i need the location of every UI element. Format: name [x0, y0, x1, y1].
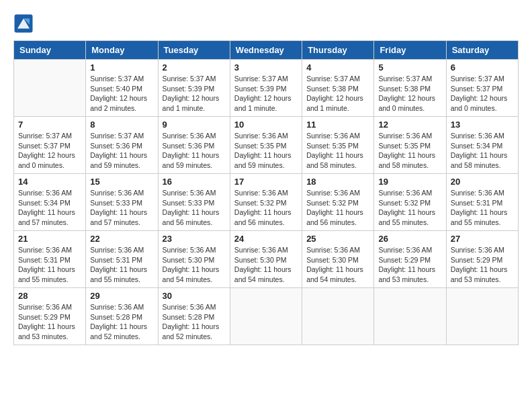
- day-info: Sunrise: 5:37 AM Sunset: 5:39 PM Dayligh…: [163, 74, 226, 113]
- week-row-1: 1Sunrise: 5:37 AM Sunset: 5:40 PM Daylig…: [14, 60, 519, 117]
- day-cell: 30Sunrise: 5:36 AM Sunset: 5:28 PM Dayli…: [158, 288, 230, 345]
- day-number: 17: [234, 177, 298, 187]
- day-info: Sunrise: 5:36 AM Sunset: 5:30 PM Dayligh…: [163, 245, 226, 285]
- day-cell: [302, 288, 374, 345]
- day-info: Sunrise: 5:36 AM Sunset: 5:31 PM Dayligh…: [451, 188, 514, 228]
- day-info: Sunrise: 5:36 AM Sunset: 5:34 PM Dayligh…: [451, 131, 514, 171]
- day-info: Sunrise: 5:36 AM Sunset: 5:32 PM Dayligh…: [378, 188, 441, 228]
- week-row-5: 28Sunrise: 5:36 AM Sunset: 5:29 PM Dayli…: [14, 288, 519, 345]
- day-cell: 19Sunrise: 5:36 AM Sunset: 5:32 PM Dayli…: [374, 174, 446, 231]
- day-info: Sunrise: 5:36 AM Sunset: 5:35 PM Dayligh…: [234, 131, 298, 171]
- day-info: Sunrise: 5:36 AM Sunset: 5:28 PM Dayligh…: [90, 302, 153, 342]
- day-number: 2: [163, 62, 226, 73]
- day-number: 27: [451, 234, 514, 244]
- day-number: 16: [163, 177, 226, 187]
- day-info: Sunrise: 5:36 AM Sunset: 5:30 PM Dayligh…: [306, 245, 369, 285]
- day-cell: 14Sunrise: 5:36 AM Sunset: 5:34 PM Dayli…: [14, 174, 86, 231]
- day-number: 30: [163, 291, 226, 301]
- day-cell: 1Sunrise: 5:37 AM Sunset: 5:40 PM Daylig…: [86, 60, 158, 117]
- day-cell: [446, 288, 518, 345]
- weekday-header-sunday: Sunday: [14, 41, 86, 60]
- week-row-3: 14Sunrise: 5:36 AM Sunset: 5:34 PM Dayli…: [14, 174, 519, 231]
- day-number: 21: [18, 234, 81, 244]
- day-cell: 27Sunrise: 5:36 AM Sunset: 5:29 PM Dayli…: [446, 231, 518, 288]
- day-cell: 17Sunrise: 5:36 AM Sunset: 5:32 PM Dayli…: [230, 174, 302, 231]
- day-cell: 13Sunrise: 5:36 AM Sunset: 5:34 PM Dayli…: [446, 117, 518, 174]
- week-row-2: 7Sunrise: 5:37 AM Sunset: 5:37 PM Daylig…: [14, 117, 519, 174]
- day-cell: 5Sunrise: 5:37 AM Sunset: 5:38 PM Daylig…: [374, 60, 446, 117]
- day-number: 1: [90, 62, 153, 73]
- day-cell: 15Sunrise: 5:36 AM Sunset: 5:33 PM Dayli…: [86, 174, 158, 231]
- day-number: 10: [234, 120, 298, 130]
- logo: [13, 13, 36, 34]
- weekday-header-monday: Monday: [86, 41, 158, 60]
- day-cell: 21Sunrise: 5:36 AM Sunset: 5:31 PM Dayli…: [14, 231, 86, 288]
- day-cell: 3Sunrise: 5:37 AM Sunset: 5:39 PM Daylig…: [230, 60, 302, 117]
- day-info: Sunrise: 5:36 AM Sunset: 5:35 PM Dayligh…: [378, 131, 441, 171]
- week-row-4: 21Sunrise: 5:36 AM Sunset: 5:31 PM Dayli…: [14, 231, 519, 288]
- weekday-header-friday: Friday: [374, 41, 446, 60]
- day-number: 19: [378, 177, 441, 187]
- day-number: 5: [378, 62, 441, 73]
- day-cell: [374, 288, 446, 345]
- day-number: 9: [163, 120, 226, 130]
- weekday-header-tuesday: Tuesday: [158, 41, 230, 60]
- weekday-header-thursday: Thursday: [302, 41, 374, 60]
- day-cell: 24Sunrise: 5:36 AM Sunset: 5:30 PM Dayli…: [230, 231, 302, 288]
- day-info: Sunrise: 5:37 AM Sunset: 5:36 PM Dayligh…: [90, 131, 153, 171]
- day-cell: [14, 60, 86, 117]
- day-cell: 11Sunrise: 5:36 AM Sunset: 5:35 PM Dayli…: [302, 117, 374, 174]
- day-number: 20: [451, 177, 514, 187]
- day-cell: 23Sunrise: 5:36 AM Sunset: 5:30 PM Dayli…: [158, 231, 230, 288]
- day-number: 13: [451, 120, 514, 130]
- day-info: Sunrise: 5:37 AM Sunset: 5:39 PM Dayligh…: [234, 74, 298, 113]
- day-info: Sunrise: 5:36 AM Sunset: 5:32 PM Dayligh…: [306, 188, 369, 228]
- day-info: Sunrise: 5:36 AM Sunset: 5:31 PM Dayligh…: [18, 245, 81, 285]
- day-info: Sunrise: 5:37 AM Sunset: 5:38 PM Dayligh…: [378, 74, 441, 113]
- day-cell: 7Sunrise: 5:37 AM Sunset: 5:37 PM Daylig…: [14, 117, 86, 174]
- day-info: Sunrise: 5:36 AM Sunset: 5:29 PM Dayligh…: [451, 245, 514, 285]
- calendar-table: SundayMondayTuesdayWednesdayThursdayFrid…: [13, 40, 519, 345]
- day-number: 15: [90, 177, 153, 187]
- day-info: Sunrise: 5:36 AM Sunset: 5:29 PM Dayligh…: [378, 245, 441, 285]
- day-info: Sunrise: 5:36 AM Sunset: 5:32 PM Dayligh…: [234, 188, 298, 228]
- day-cell: 6Sunrise: 5:37 AM Sunset: 5:37 PM Daylig…: [446, 60, 518, 117]
- logo-icon: [13, 13, 34, 34]
- day-number: 3: [234, 62, 298, 73]
- day-cell: 9Sunrise: 5:36 AM Sunset: 5:36 PM Daylig…: [158, 117, 230, 174]
- day-cell: 29Sunrise: 5:36 AM Sunset: 5:28 PM Dayli…: [86, 288, 158, 345]
- day-number: 7: [18, 120, 81, 130]
- day-cell: 26Sunrise: 5:36 AM Sunset: 5:29 PM Dayli…: [374, 231, 446, 288]
- day-info: Sunrise: 5:37 AM Sunset: 5:37 PM Dayligh…: [451, 74, 514, 113]
- day-info: Sunrise: 5:36 AM Sunset: 5:34 PM Dayligh…: [18, 188, 81, 228]
- day-cell: 2Sunrise: 5:37 AM Sunset: 5:39 PM Daylig…: [158, 60, 230, 117]
- page-header: [13, 13, 519, 34]
- day-info: Sunrise: 5:37 AM Sunset: 5:37 PM Dayligh…: [18, 131, 81, 171]
- day-number: 24: [234, 234, 298, 244]
- day-number: 8: [90, 120, 153, 130]
- day-cell: 12Sunrise: 5:36 AM Sunset: 5:35 PM Dayli…: [374, 117, 446, 174]
- day-cell: 16Sunrise: 5:36 AM Sunset: 5:33 PM Dayli…: [158, 174, 230, 231]
- day-number: 4: [306, 62, 369, 73]
- day-info: Sunrise: 5:37 AM Sunset: 5:38 PM Dayligh…: [306, 74, 369, 113]
- day-cell: 10Sunrise: 5:36 AM Sunset: 5:35 PM Dayli…: [230, 117, 302, 174]
- day-cell: 20Sunrise: 5:36 AM Sunset: 5:31 PM Dayli…: [446, 174, 518, 231]
- day-cell: 18Sunrise: 5:36 AM Sunset: 5:32 PM Dayli…: [302, 174, 374, 231]
- day-cell: 8Sunrise: 5:37 AM Sunset: 5:36 PM Daylig…: [86, 117, 158, 174]
- day-info: Sunrise: 5:36 AM Sunset: 5:35 PM Dayligh…: [306, 131, 369, 171]
- weekday-header-saturday: Saturday: [446, 41, 518, 60]
- day-number: 11: [306, 120, 369, 130]
- day-cell: 22Sunrise: 5:36 AM Sunset: 5:31 PM Dayli…: [86, 231, 158, 288]
- day-info: Sunrise: 5:36 AM Sunset: 5:33 PM Dayligh…: [163, 188, 226, 228]
- day-number: 12: [378, 120, 441, 130]
- day-number: 22: [90, 234, 153, 244]
- day-cell: 4Sunrise: 5:37 AM Sunset: 5:38 PM Daylig…: [302, 60, 374, 117]
- day-number: 29: [90, 291, 153, 301]
- day-info: Sunrise: 5:36 AM Sunset: 5:31 PM Dayligh…: [90, 245, 153, 285]
- day-cell: 28Sunrise: 5:36 AM Sunset: 5:29 PM Dayli…: [14, 288, 86, 345]
- weekday-header-wednesday: Wednesday: [230, 41, 302, 60]
- day-info: Sunrise: 5:36 AM Sunset: 5:36 PM Dayligh…: [163, 131, 226, 171]
- day-info: Sunrise: 5:36 AM Sunset: 5:28 PM Dayligh…: [163, 302, 226, 342]
- day-info: Sunrise: 5:36 AM Sunset: 5:30 PM Dayligh…: [234, 245, 298, 285]
- day-number: 23: [163, 234, 226, 244]
